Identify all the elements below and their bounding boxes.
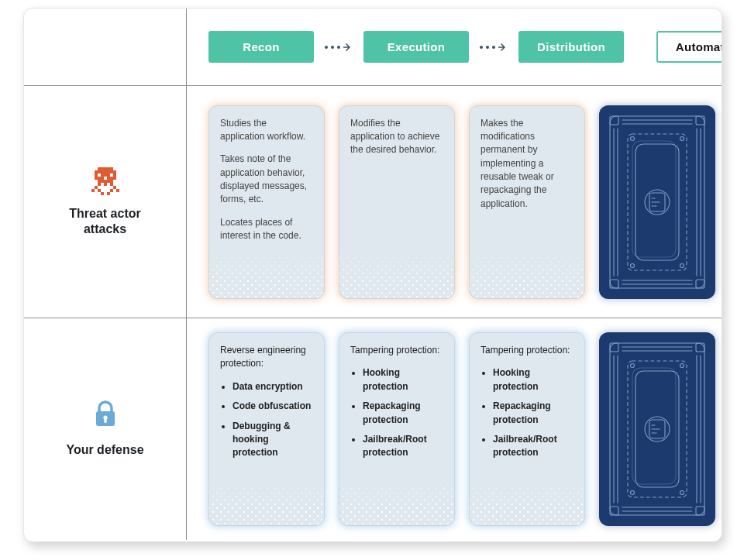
- list-item: Repackaging protection: [493, 400, 574, 427]
- svg-point-43: [631, 364, 635, 368]
- card-text: Locates places of interest in the code.: [220, 216, 313, 243]
- svg-point-21: [680, 263, 684, 267]
- card-text: Studies the application workflow.: [220, 117, 313, 144]
- card-list: Hooking protection Repackaging protectio…: [350, 366, 443, 459]
- svg-point-18: [631, 136, 635, 140]
- list-item: Repackaging protection: [363, 400, 443, 427]
- defense-card-recon: Reverse engineering protection: Data enc…: [208, 332, 325, 526]
- card-text: Takes note of the application behavior, …: [220, 153, 313, 207]
- card-title: Tampering protection:: [480, 344, 574, 357]
- threat-card-recon: Studies the application workflow. Takes …: [208, 105, 325, 299]
- svg-point-45: [631, 491, 635, 495]
- svg-rect-24: [104, 418, 106, 423]
- list-item: Hooking protection: [363, 366, 443, 393]
- defense-cards: Reverse engineering protection: Data enc…: [187, 318, 722, 540]
- defense-card-distribution: Tampering protection: Hooking protection…: [469, 332, 585, 526]
- stage-automation: Automation: [656, 31, 722, 63]
- stage-header: Recon Execution Distribution Automation: [187, 9, 722, 86]
- svg-rect-26: [610, 343, 618, 352]
- row-label-threat: Threat actor attacks: [24, 86, 187, 318]
- svg-rect-4: [696, 280, 704, 288]
- skull-icon: [91, 167, 119, 195]
- list-item: Jailbreak/Root protection: [493, 433, 574, 460]
- stage-execution: Execution: [363, 31, 469, 63]
- card-title: Reverse engineering protection:: [220, 344, 313, 371]
- automation-device-illustration: [599, 105, 715, 299]
- defense-card-execution: Tampering protection: Hooking protection…: [339, 332, 455, 526]
- svg-point-20: [631, 263, 635, 267]
- svg-rect-3: [610, 280, 618, 288]
- threat-cards: Studies the application workflow. Takes …: [187, 86, 722, 318]
- card-list: Data encryption Code obfuscation Debuggi…: [220, 380, 313, 460]
- card-list: Hooking protection Repackaging protectio…: [480, 366, 574, 459]
- diagram-sheet: Recon Execution Distribution Automation: [23, 8, 722, 542]
- list-item: Code obfuscation: [232, 400, 313, 413]
- svg-point-44: [680, 364, 684, 368]
- svg-rect-1: [610, 116, 618, 125]
- row-label-threat-text: Threat actor attacks: [55, 206, 156, 237]
- svg-point-46: [680, 491, 684, 495]
- stage-distribution: Distribution: [518, 31, 624, 63]
- row-label-defense-text: Your defense: [66, 442, 143, 458]
- threat-card-execution: Modifies the application to achieve the …: [339, 105, 455, 299]
- card-text: Makes the modifications permanent by imp…: [480, 117, 574, 211]
- list-item: Hooking protection: [493, 366, 574, 393]
- threat-card-distribution: Makes the modifications permanent by imp…: [469, 105, 585, 299]
- arrow-icon: [480, 43, 508, 51]
- arrow-icon: [325, 43, 353, 51]
- list-item: Debugging & hooking protection: [232, 420, 313, 460]
- header-left-empty: [24, 9, 187, 86]
- row-label-defense: Your defense: [24, 318, 187, 540]
- automation-device-illustration: [599, 332, 715, 526]
- svg-rect-28: [610, 507, 618, 515]
- card-title: Tampering protection:: [350, 344, 443, 357]
- svg-rect-2: [696, 116, 704, 125]
- svg-rect-27: [696, 343, 704, 352]
- svg-point-19: [680, 136, 684, 140]
- stage-recon: Recon: [208, 31, 314, 63]
- list-item: Data encryption: [232, 380, 313, 393]
- card-text: Modifies the application to achieve the …: [350, 117, 443, 157]
- svg-rect-29: [696, 507, 704, 515]
- list-item: Jailbreak/Root protection: [363, 433, 443, 460]
- lock-icon: [94, 400, 117, 431]
